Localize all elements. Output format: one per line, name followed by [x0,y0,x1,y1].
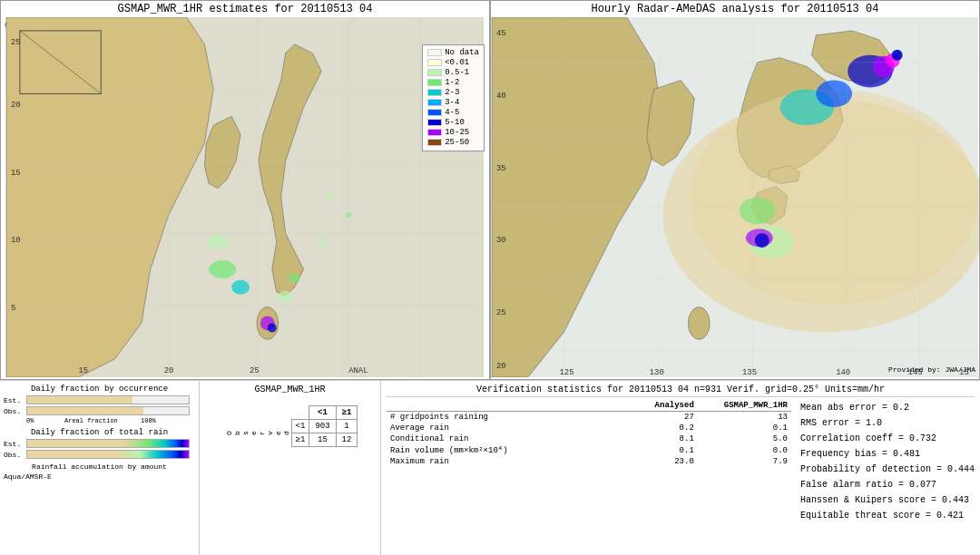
legend-color-nodata [427,49,442,56]
rainfall-label: Rainfall accumulation by amount [4,462,195,471]
legend-color-10-25 [427,129,442,136]
svg-text:45: 45 [496,29,506,38]
svg-point-4 [209,260,236,278]
svg-text:25: 25 [496,308,506,317]
left-map-title: GSMAP_MWR_1HR estimates for 20110513 04 [1,1,489,17]
provided-label: Provided by: JWA/JMA [888,365,975,374]
stat-gsmap-1: 0.1 [698,423,791,433]
legend-item-10-25: 10-25 [427,128,479,137]
contingency-table: <1 ≥1 Observed <1 903 1 ≥1 15 12 [222,402,358,447]
left-map-svg: 25 20 15 10 5 15 20 25 ANAL [1,17,489,377]
legend-color-5-10 [427,119,442,126]
svg-text:ANAL: ANAL [348,366,368,375]
est-label-1: Est. [4,396,26,404]
stat-name-1: Average rain [387,423,626,433]
est-bar-1 [26,395,190,404]
contingency-title: GSMAP_MWR_1HR [203,385,377,394]
svg-text:25: 25 [250,366,260,375]
cell-12: 12 [336,433,358,447]
legend-label-4-5: 4-5 [445,108,459,117]
stat-analysed-3: 0.1 [626,444,698,456]
svg-text:135: 135 [742,368,757,377]
false-alarm-ratio: False alarm ratio = 0.077 [800,477,975,492]
legend-label-lt001: <0.01 [445,58,469,67]
stat-row-rain-vol: Rain volume (mm×km²×10⁴) 0.1 0.0 [387,444,791,456]
legend-item-3-4: 3-4 [427,98,479,107]
svg-text:25: 25 [11,38,21,47]
stat-analysed-2: 8.1 [626,433,698,444]
svg-text:20: 20 [496,362,506,371]
legend-item-4-5: 4-5 [427,108,479,117]
svg-point-48 [755,233,769,248]
verification-panel: Verification statistics for 20110513 04 … [381,381,980,555]
svg-text:125: 125 [559,368,573,377]
legend-label-2-3: 2-3 [445,88,459,97]
legend-color-lt001 [427,59,442,66]
observed-label: Observed [222,420,292,447]
daily-fraction-occurrence-title: Daily fraction by occurrence [4,385,195,394]
svg-point-38 [690,89,978,305]
svg-point-37 [688,307,710,340]
right-map-title: Hourly Radar-AMeDAS analysis for 2011051… [491,1,979,17]
svg-text:130: 130 [650,368,664,377]
stat-gsmap-2: 5.0 [698,433,791,444]
cell-903: 903 [309,420,336,433]
legend-label-3-4: 3-4 [445,98,459,107]
verification-header: Verification statistics for 20110513 04 … [387,385,975,397]
prob-detection: Probability of detection = 0.444 [800,462,975,477]
stat-gsmap-4: 7.9 [698,456,791,467]
right-map-panel: Hourly Radar-AMeDAS analysis for 2011051… [490,0,980,380]
svg-text:5: 5 [11,304,15,313]
bottom-row: Daily fraction by occurrence Est. Obs. 0… [0,381,980,555]
stat-row-avg-rain: Average rain 0.2 0.1 [387,423,791,433]
svg-point-5 [231,280,250,295]
maps-row: GSMAP_MWR_1HR estimates for 20110513 04 … [0,0,980,381]
freq-bias: Frequency bias = 0.481 [800,446,975,462]
legend-label-5-10: 5-10 [445,118,465,127]
stat-row-max-rain: Maximum rain 23.0 7.9 [387,456,791,467]
legend-label-10-25: 10-25 [445,128,469,137]
stat-gsmap-0: 13 [698,412,791,424]
stats-table: Analysed GSMAP_MWR_1HR # gridpoints rain… [387,400,791,467]
obs-bar-2 [26,450,190,459]
main-container: GSMAP_MWR_1HR estimates for 20110513 04 … [0,0,980,555]
row-lt1: <1 [291,420,309,433]
right-scalar-stats: Mean abs error = 0.2 RMS error = 1.0 Cor… [800,400,975,551]
stat-analysed-4: 23.0 [626,456,698,467]
bottom-left-panel: Daily fraction by occurrence Est. Obs. 0… [0,381,200,555]
legend-color-4-5 [427,109,442,116]
svg-point-9 [268,323,277,332]
legend-color-05-1 [427,69,442,76]
stat-name-2: Conditional rain [387,433,626,444]
svg-point-13 [317,238,326,247]
legend-item-05-1: 0.5-1 [427,68,479,77]
legend-item-2-3: 2-3 [427,88,479,97]
col-lt1: <1 [309,406,336,420]
daily-fraction-rain-title: Daily fraction of total rain [4,428,195,437]
est-label-2: Est. [4,440,26,448]
left-map-panel: GSMAP_MWR_1HR estimates for 20110513 04 … [0,0,490,380]
svg-text:10: 10 [11,236,21,245]
row-ge1: ≥1 [291,433,309,447]
svg-text:15: 15 [11,169,21,178]
stat-analysed-1: 0.2 [626,423,698,433]
stat-col-gsmap-header: GSMAP_MWR_1HR [698,400,791,412]
right-map-canvas: 45 40 35 30 25 20 125 130 135 140 145 15… [491,17,979,377]
svg-text:30: 30 [496,236,506,245]
stats-table-container: Analysed GSMAP_MWR_1HR # gridpoints rain… [387,400,800,551]
svg-point-10 [207,235,229,249]
legend-label-25-50: 25-50 [445,138,469,147]
stat-gsmap-3: 0.0 [698,444,791,456]
est-bar-2 [26,439,190,448]
legend-item-25-50: 25-50 [427,138,479,147]
svg-text:20: 20 [164,366,174,375]
cell-15: 15 [309,433,336,447]
stat-name-4: Maximum rain [387,456,626,467]
stat-row-cond-rain: Conditional rain 8.1 5.0 [387,433,791,444]
svg-point-40 [740,198,776,225]
legend-item-lt001: <0.01 [427,58,479,67]
contingency-panel: GSMAP_MWR_1HR <1 ≥1 Observed [200,381,381,555]
legend-color-2-3 [427,89,442,96]
hanssen-kuipers: Hanssen & Kuipers score = 0.443 [800,492,975,508]
svg-point-42 [816,80,852,107]
